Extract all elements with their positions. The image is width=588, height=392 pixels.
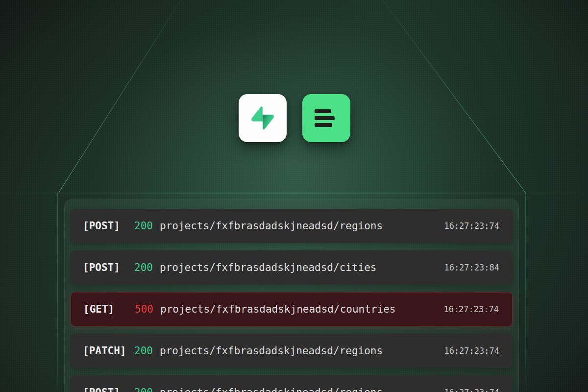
log-status: 200 xyxy=(134,262,160,273)
log-method: [POST] xyxy=(83,220,134,232)
log-row[interactable]: [POST] 200 projects/fxfbrasdadskjneadsd/… xyxy=(71,209,513,243)
supabase-bolt-icon xyxy=(251,106,274,130)
brand-tiles xyxy=(239,94,350,142)
supabase-logo-tile xyxy=(239,94,287,142)
log-status: 200 xyxy=(134,345,160,357)
logs-list-icon xyxy=(315,109,335,127)
log-method: [PATCH] xyxy=(83,345,134,357)
log-timestamp: 16:27:23:74 xyxy=(443,304,499,314)
log-method: [POST] xyxy=(83,262,134,273)
log-path: projects/fxfbrasdadskjneadsd/regions xyxy=(160,387,444,392)
log-row[interactable]: [POST] 200 projects/fxfbrasdadskjneadsd/… xyxy=(71,375,513,392)
log-timestamp: 16:27:23:74 xyxy=(444,388,499,392)
log-method: [GET] xyxy=(83,303,135,315)
log-path: projects/fxfbrasdadskjneadsd/regions xyxy=(160,345,444,357)
logs-tile xyxy=(302,94,350,142)
log-path: projects/fxfbrasdadskjneadsd/cities xyxy=(160,262,444,273)
log-row-error[interactable]: [GET] 500 projects/fxfbrasdadskjneadsd/c… xyxy=(71,292,513,326)
request-log-list: [POST] 200 projects/fxfbrasdadskjneadsd/… xyxy=(64,199,519,392)
log-path: projects/fxfbrasdadskjneadsd/regions xyxy=(160,220,444,232)
logs-icon-bar xyxy=(315,109,331,113)
logs-icon-bar xyxy=(315,116,335,120)
log-timestamp: 16:27:23:74 xyxy=(444,346,499,356)
log-status: 200 xyxy=(134,220,160,232)
log-status: 500 xyxy=(135,303,160,315)
log-row[interactable]: [PATCH] 200 projects/fxfbrasdadskjneadsd… xyxy=(71,334,513,368)
log-timestamp: 16:27:23:84 xyxy=(444,263,499,272)
log-timestamp: 16:27:23:74 xyxy=(444,221,499,231)
log-method: [POST] xyxy=(83,387,134,392)
log-row[interactable]: [POST] 200 projects/fxfbrasdadskjneadsd/… xyxy=(71,250,513,285)
log-path: projects/fxfbrasdadskjneadsd/countries xyxy=(160,303,443,315)
log-status: 200 xyxy=(134,387,160,392)
logs-icon-bar xyxy=(315,123,332,127)
